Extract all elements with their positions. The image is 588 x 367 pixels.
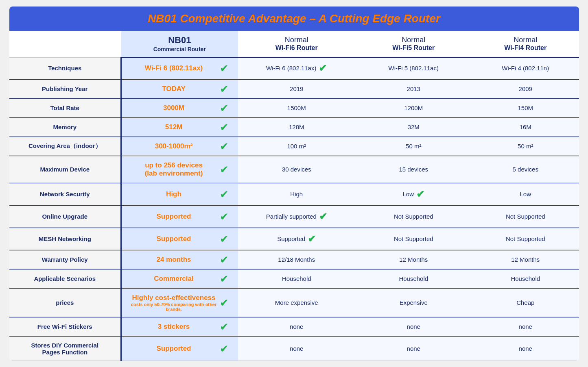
nb01-value-cell-12: 3 stickers✔ [121,317,238,336]
nb01-value-cell-11: Highly cost-effectivenesscosts only 50-7… [121,289,238,317]
nb01-value-cell-0: Wi-Fi 6 (802.11ax)✔ [121,57,238,79]
wifi4-cell-2: 150M [472,99,579,117]
wifi6-cell-9: 12/18 Months [238,250,355,269]
wifi4-cell-11: Cheap [472,289,579,317]
nb01-checkmark-2: ✔ [220,102,229,114]
wifi6-check-8: ✔ [308,233,316,245]
wifi5-text-11: Expensive [400,299,428,306]
wifi4-cell-7: Not Supported [472,206,579,227]
wifi4-cell-8: Not Supported [472,228,579,250]
feature-cell-4: Covering Area（indoor） [9,137,121,155]
wifi5-header-cell: Normal Wi-Fi5 Router [355,31,472,57]
nb01-sub: Commercial Router [153,46,206,52]
nb01-checkmark-13: ✔ [220,342,229,355]
table-row: TechniquesWi-Fi 6 (802.11ax)✔Wi-Fi 6 (80… [9,57,579,79]
wifi6-text-9: 12/18 Months [278,256,315,263]
nb01-header-cell: NB01 Commercial Router [121,31,238,57]
table-header-row: NB01 Commercial Router Normal Wi-Fi6 Rou… [9,31,579,57]
nb01-name: NB01 [126,35,234,46]
wifi5-text-1: 2013 [407,85,420,92]
nb01-text-7: Supported [157,213,191,221]
wifi6-check-7: ✔ [319,211,327,222]
nb01-text-10: Commercial [154,275,193,283]
nb01-text-9: 24 months [156,256,191,264]
wifi4-cell-4: 50 m² [472,137,579,155]
nb01-text-1: TODAY [162,85,186,93]
wifi5-text-2: 1200M [404,104,423,111]
wifi5-cell-10: Household [355,269,472,288]
wifi5-cell-12: none [355,317,472,336]
feature-cell-3: Memory [9,118,121,136]
wifi6-text-11: More expensive [275,299,318,306]
wifi5-cell-6: Low✔ [355,183,472,205]
nb01-value-cell-3: 512M✔ [121,118,238,136]
wifi6-text-3: 128M [289,124,304,130]
wifi6-text-8: Supported [277,235,305,242]
nb01-text-6: High [166,190,181,198]
wifi6-cell-3: 128M [238,118,355,136]
wifi6-text-4: 100 m² [287,143,306,150]
wifi5-cell-7: Not Supported [355,206,472,227]
nb01-text-4: 300-1000m² [155,142,193,150]
wifi5-subtitle: Wi-Fi5 Router [392,44,435,51]
nb01-value-cell-5: up to 256 devices (lab environment)✔ [121,156,238,182]
wifi4-subtitle: Wi-Fi4 Router [504,44,546,51]
wifi5-text-0: Wi-Fi 5 (802.11ac) [389,65,439,72]
wifi6-text-2: 1500M [287,104,306,111]
nb01-value-cell-10: Commercial✔ [121,269,238,288]
table-row: Covering Area（indoor）300-1000m²✔100 m²50… [9,137,579,155]
table-row: Stores DIY Commercial Pages FunctionSupp… [9,337,579,360]
nb01-checkmark-0: ✔ [220,62,229,74]
feature-cell-13: Stores DIY Commercial Pages Function [9,337,121,360]
nb01-checkmark-10: ✔ [220,272,229,285]
wifi6-text-0: Wi-Fi 6 (802.11ax) [266,65,316,72]
wifi6-text-10: Household [282,275,311,282]
nb01-checkmark-12: ✔ [220,320,229,333]
nb01-value-cell-6: High✔ [121,183,238,205]
feature-cell-10: Applicable Scenarios [9,269,121,288]
wifi6-subtitle: Wi-Fi6 Router [275,44,318,51]
wifi5-title: Normal [360,36,468,44]
nb01-value-cell-9: 24 months✔ [121,250,238,269]
feature-cell-12: Free Wi-Fi Stickers [9,317,121,336]
wifi5-text-7: Not Supported [394,213,433,220]
wifi4-cell-10: Household [472,269,579,288]
wifi6-cell-11: More expensive [238,289,355,317]
wifi6-title: Normal [243,36,350,44]
wifi5-cell-2: 1200M [355,99,472,117]
wifi5-text-3: 32M [408,124,420,130]
title-bar: NB01 Competitive Advantage – A Cutting E… [9,7,579,31]
feature-header-cell [9,31,121,57]
nb01-sub-11: costs only 50-70% comparing with other b… [128,302,220,312]
feature-cell-8: MESH Networking [9,228,121,250]
nb01-text-8: Supported [157,235,191,243]
table-row: MESH NetworkingSupported✔Supported✔Not S… [9,228,579,250]
wifi6-cell-10: Household [238,269,355,288]
wifi6-cell-2: 1500M [238,99,355,117]
table-row: Network SecurityHigh✔HighLow✔Low [9,183,579,205]
wifi5-cell-9: 12 Months [355,250,472,269]
page-title: NB01 Competitive Advantage – A Cutting E… [17,12,571,25]
table-row: Applicable ScenariosCommercial✔Household… [9,269,579,288]
wifi4-cell-1: 2009 [472,80,579,98]
wifi6-cell-8: Supported✔ [238,228,355,250]
wifi5-text-5: 15 devices [399,166,428,173]
comparison-table: NB01 Commercial Router Normal Wi-Fi6 Rou… [9,31,579,361]
table-row: pricesHighly cost-effectivenesscosts onl… [9,289,579,317]
nb01-checkmark-7: ✔ [220,210,229,223]
nb01-text-3: 512M [165,123,183,131]
wifi5-text-12: none [407,323,420,330]
nb01-checkmark-1: ✔ [220,83,229,95]
table-row: Maximum Deviceup to 256 devices (lab env… [9,156,579,182]
nb01-text-11: Highly cost-effectiveness [132,294,215,302]
wifi6-header-cell: Normal Wi-Fi6 Router [238,31,355,57]
wifi6-text-5: 30 devices [282,166,311,173]
nb01-value-cell-7: Supported✔ [121,206,238,227]
wifi5-cell-0: Wi-Fi 5 (802.11ac) [355,57,472,79]
nb01-value-cell-8: Supported✔ [121,228,238,250]
wifi6-text-1: 2019 [290,85,303,92]
feature-cell-0: Techniques [9,57,121,79]
wifi5-text-13: none [407,345,420,352]
nb01-text-5: up to 256 devices (lab environment) [145,161,203,178]
feature-cell-2: Total Rate [9,99,121,117]
